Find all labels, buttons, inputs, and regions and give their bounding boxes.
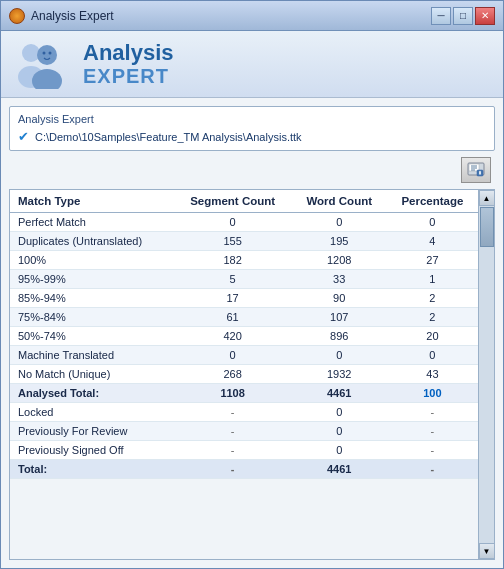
cell-word-count: 0 — [292, 441, 387, 460]
title-bar-buttons: ─ □ ✕ — [431, 7, 495, 25]
table-header-row: Match Type Segment Count Word Count Perc… — [10, 190, 478, 213]
scrollbar: ▲ ▼ — [478, 190, 494, 559]
export-button-row — [9, 157, 495, 183]
window-title: Analysis Expert — [31, 9, 114, 23]
table-row: Total:-4461- — [10, 460, 478, 479]
cell-percentage: 2 — [387, 308, 478, 327]
cell-segment-count: 5 — [174, 270, 292, 289]
cell-match-type: 75%-84% — [10, 308, 174, 327]
cell-word-count: 4461 — [292, 384, 387, 403]
cell-percentage: 2 — [387, 289, 478, 308]
cell-segment-count: 155 — [174, 232, 292, 251]
cell-percentage: - — [387, 460, 478, 479]
cell-segment-count: - — [174, 441, 292, 460]
cell-match-type: Analysed Total: — [10, 384, 174, 403]
cell-percentage: 1 — [387, 270, 478, 289]
cell-match-type: Machine Translated — [10, 346, 174, 365]
table-row: 100%182120827 — [10, 251, 478, 270]
close-button[interactable]: ✕ — [475, 7, 495, 25]
analysis-table: Match Type Segment Count Word Count Perc… — [10, 190, 478, 479]
file-section: Analysis Expert ✔ C:\Demo\10Samples\Feat… — [9, 106, 495, 151]
scroll-down-arrow[interactable]: ▼ — [479, 543, 495, 559]
cell-percentage: 20 — [387, 327, 478, 346]
cell-segment-count: - — [174, 403, 292, 422]
cell-percentage: 100 — [387, 384, 478, 403]
cell-match-type: 50%-74% — [10, 327, 174, 346]
table-row: Analysed Total:11084461100 — [10, 384, 478, 403]
table-row: 95%-99%5331 — [10, 270, 478, 289]
cell-segment-count: - — [174, 460, 292, 479]
table-row: Machine Translated000 — [10, 346, 478, 365]
col-word-count: Word Count — [292, 190, 387, 213]
cell-segment-count: - — [174, 422, 292, 441]
col-match-type: Match Type — [10, 190, 174, 213]
cell-word-count: 4461 — [292, 460, 387, 479]
table-row: Previously For Review-0- — [10, 422, 478, 441]
header-title-expert: EXPERT — [83, 65, 174, 87]
cell-match-type: Previously For Review — [10, 422, 174, 441]
svg-point-4 — [43, 52, 46, 55]
export-button[interactable] — [461, 157, 491, 183]
content-area: Analysis Expert ✔ C:\Demo\10Samples\Feat… — [1, 98, 503, 568]
table-row: No Match (Unique)268193243 — [10, 365, 478, 384]
cell-word-count: 0 — [292, 213, 387, 232]
title-bar: Analysis Expert ─ □ ✕ — [1, 1, 503, 31]
main-window: Analysis Expert ─ □ ✕ Analysis EXPERT — [0, 0, 504, 569]
file-path-text: C:\Demo\10Samples\Feature_TM Analysis\An… — [35, 131, 302, 143]
svg-rect-13 — [479, 172, 481, 175]
cell-percentage: - — [387, 422, 478, 441]
maximize-button[interactable]: □ — [453, 7, 473, 25]
cell-word-count: 0 — [292, 422, 387, 441]
cell-percentage: 0 — [387, 346, 478, 365]
cell-match-type: 85%-94% — [10, 289, 174, 308]
cell-percentage: - — [387, 403, 478, 422]
title-bar-left: Analysis Expert — [9, 8, 114, 24]
col-percentage: Percentage — [387, 190, 478, 213]
scroll-up-arrow[interactable]: ▲ — [479, 190, 495, 206]
cell-word-count: 0 — [292, 346, 387, 365]
cell-segment-count: 268 — [174, 365, 292, 384]
cell-word-count: 107 — [292, 308, 387, 327]
table-row: Previously Signed Off-0- — [10, 441, 478, 460]
table-row: Locked-0- — [10, 403, 478, 422]
export-icon — [467, 162, 485, 178]
table-row: Perfect Match000 — [10, 213, 478, 232]
cell-percentage: 27 — [387, 251, 478, 270]
checkmark-icon: ✔ — [18, 129, 29, 144]
file-section-label: Analysis Expert — [18, 113, 486, 125]
cell-match-type: Previously Signed Off — [10, 441, 174, 460]
cell-word-count: 195 — [292, 232, 387, 251]
cell-segment-count: 0 — [174, 346, 292, 365]
cell-match-type: No Match (Unique) — [10, 365, 174, 384]
people-icon — [11, 39, 71, 89]
cell-percentage: 43 — [387, 365, 478, 384]
cell-match-type: Duplicates (Untranslated) — [10, 232, 174, 251]
cell-match-type: Locked — [10, 403, 174, 422]
svg-point-5 — [49, 52, 52, 55]
cell-segment-count: 420 — [174, 327, 292, 346]
header-title-analysis: Analysis — [83, 41, 174, 65]
scroll-thumb[interactable] — [480, 207, 494, 247]
cell-percentage: 4 — [387, 232, 478, 251]
table-row: 85%-94%17902 — [10, 289, 478, 308]
cell-word-count: 90 — [292, 289, 387, 308]
scroll-track — [479, 206, 494, 543]
cell-match-type: 100% — [10, 251, 174, 270]
table-container[interactable]: Match Type Segment Count Word Count Perc… — [10, 190, 478, 559]
cell-word-count: 33 — [292, 270, 387, 289]
cell-word-count: 0 — [292, 403, 387, 422]
cell-segment-count: 182 — [174, 251, 292, 270]
cell-word-count: 1208 — [292, 251, 387, 270]
cell-match-type: 95%-99% — [10, 270, 174, 289]
table-row: 75%-84%611072 — [10, 308, 478, 327]
cell-word-count: 1932 — [292, 365, 387, 384]
cell-match-type: Total: — [10, 460, 174, 479]
table-row: 50%-74%42089620 — [10, 327, 478, 346]
file-path-row: ✔ C:\Demo\10Samples\Feature_TM Analysis\… — [18, 129, 486, 144]
cell-match-type: Perfect Match — [10, 213, 174, 232]
cell-word-count: 896 — [292, 327, 387, 346]
cell-segment-count: 17 — [174, 289, 292, 308]
cell-segment-count: 0 — [174, 213, 292, 232]
app-icon — [9, 8, 25, 24]
minimize-button[interactable]: ─ — [431, 7, 451, 25]
